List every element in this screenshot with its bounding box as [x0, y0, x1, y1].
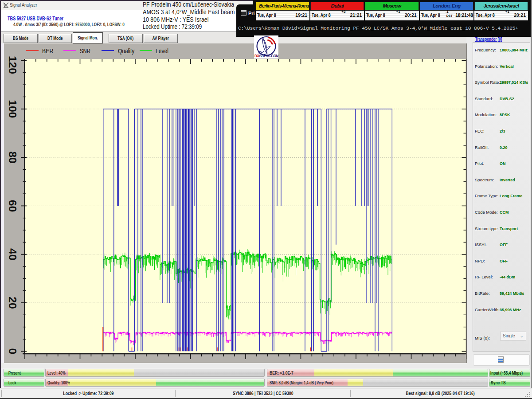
svg-text:DXSATCS.COM: DXSATCS.COM: [254, 54, 278, 58]
svg-text:120: 120: [7, 56, 19, 74]
svg-text:60: 60: [7, 200, 19, 212]
svg-text:40: 40: [7, 248, 19, 260]
svg-text:20: 20: [7, 297, 19, 309]
svg-text:80: 80: [7, 151, 19, 163]
svg-text:100: 100: [7, 100, 19, 118]
svg-text:0: 0: [7, 348, 19, 354]
